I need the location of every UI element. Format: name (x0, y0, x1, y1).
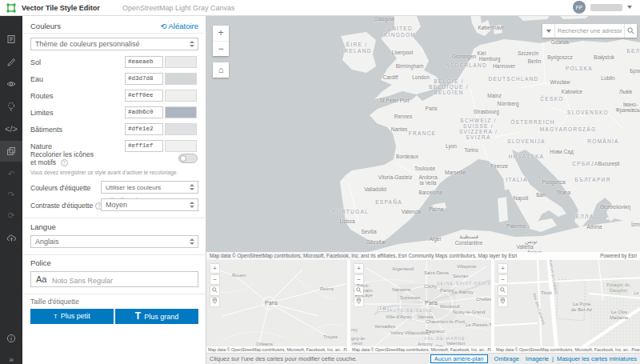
bottom-bar: Cliquez sur l'une des cartes pour modifi… (206, 353, 640, 364)
font-picker[interactable]: Aa Noto Sans Regular (30, 271, 198, 287)
locate-pin-icon[interactable] (354, 298, 363, 306)
large-t-icon: T (135, 310, 141, 322)
chevron-down-icon[interactable] (627, 6, 632, 9)
minimap-city-roads (350, 260, 491, 353)
bottom-links: Aucun arrière-planOmbrageImagerie|Masque… (427, 354, 640, 363)
color-swatch[interactable] (165, 56, 197, 68)
larger-label-button[interactable]: TPlus grand (115, 309, 198, 324)
language-section-header: Langue (22, 222, 206, 231)
hex-input[interactable]: #dfe1e2 (125, 123, 163, 135)
duplicate-overlap-icon[interactable] (0, 141, 22, 162)
label-contrast-select[interactable]: Moyen (101, 198, 198, 211)
color-theme-select[interactable]: Thème de couleurs personnalisé (30, 38, 198, 50)
style-settings-panel: Couleurs ⟲ Aléatoire Thème de couleurs p… (22, 16, 206, 364)
label-colors-label: Couleurs d'étiquette (30, 184, 90, 192)
minimap-street[interactable]: + − TivoliLa Portede Bel-AirPotager duDa… (494, 260, 640, 353)
search-input[interactable] (555, 24, 624, 38)
color-swatch[interactable] (165, 123, 197, 135)
color-swatch[interactable] (165, 140, 197, 152)
hex-input[interactable]: #eff0ee (125, 90, 163, 102)
minimap-controls: + − (354, 264, 363, 309)
bottom-link-1[interactable]: Ombrage (494, 355, 519, 362)
search-widget (542, 24, 637, 38)
bottom-link-3[interactable]: Masquer les cartes miniatures (557, 355, 637, 362)
minimap-controls: + − (210, 264, 219, 309)
europe-coastline (206, 16, 640, 260)
tool-rail: </> ↶ ↷ ⟳ » (0, 16, 22, 364)
smaller-label-button[interactable]: TPlus petit (30, 309, 114, 324)
undo-icon: ↶ (0, 163, 22, 184)
layer-style-icon[interactable] (0, 29, 22, 50)
colors-section-header: Couleurs ⟲ Aléatoire (22, 19, 206, 34)
font-section-header: Police (22, 258, 206, 267)
random-colors-link[interactable]: ⟲ Aléatoire (160, 19, 198, 34)
document-title: OpenStreetMap Light Gray Canvas (122, 4, 235, 12)
chevron-down-icon (546, 30, 551, 33)
attribution-text: Map data © OpenStreetMap contributors, M… (210, 252, 517, 260)
zoom-in-button[interactable]: + (210, 264, 219, 273)
powered-by-esri: Powered by Esri (600, 252, 637, 260)
color-label: Limites (30, 109, 54, 117)
hex-input[interactable]: #adb6c0 (125, 106, 163, 118)
font-name: Noto Sans Regular (52, 277, 113, 285)
main-map-canvas[interactable]: UNITEDKINGDOMÉIRE /IRELANDNEDERLANDDEUTS… (206, 16, 640, 260)
home-extent-button[interactable]: ⌂ (213, 62, 229, 78)
map-attribution: Map data © OpenStreetMap contributors, M… (206, 252, 640, 260)
zoom-area-icon[interactable] (210, 286, 219, 295)
code-icon[interactable]: </> (0, 118, 22, 139)
select-arrows-icon (190, 202, 194, 208)
hex-input[interactable]: #eaeaeb (125, 56, 163, 68)
zoom-area-icon[interactable] (498, 286, 507, 295)
app-title: Vector Tile Style Editor (22, 4, 100, 12)
zoom-in-button[interactable]: + (354, 264, 363, 273)
bottom-link-0[interactable]: Aucun arrière-plan (430, 354, 488, 363)
username-redacted (590, 4, 622, 11)
zoom-out-button[interactable]: − (210, 275, 219, 284)
color-swatch[interactable] (165, 90, 197, 102)
minimap-attribution: Map data © OpenStreetMap contributors, M… (350, 346, 491, 353)
lasso-select-icon[interactable] (0, 96, 22, 117)
zoom-area-icon[interactable] (354, 286, 363, 295)
user-menu[interactable]: FP (573, 1, 632, 14)
recolor-label: Recolorier les icônes et motifs ? (30, 150, 94, 166)
minimap-attribution: Map data © OpenStreetMap contributors, M… (494, 346, 640, 353)
locate-pin-icon[interactable] (210, 298, 219, 306)
color-label: Sol (30, 58, 41, 66)
minimap-region-roads (206, 260, 347, 353)
visibility-eye-icon[interactable] (0, 74, 22, 94)
search-source-dropdown[interactable] (542, 24, 555, 38)
zoom-out-button[interactable]: − (498, 275, 507, 284)
app-header: Vector Tile Style Editor OpenStreetMap L… (0, 0, 640, 16)
bottom-link-2[interactable]: Imagerie (526, 355, 549, 362)
minimap-city[interactable]: + − ArgenteuilSaint-DenisVillepinteSevra… (350, 260, 491, 353)
label-contrast-label: Contraste d'étiquette? (30, 202, 102, 210)
select-arrows-icon (190, 238, 194, 245)
hex-input[interactable]: #eff1ef (125, 140, 163, 152)
locate-pin-icon[interactable] (498, 298, 507, 306)
color-swatch[interactable] (165, 106, 197, 118)
collapse-panel-icon[interactable]: » (0, 349, 22, 364)
label-colors-select[interactable]: Utiliser les couleurs sélectionnées (101, 181, 198, 194)
separator: | (552, 355, 554, 362)
color-swatch[interactable] (165, 73, 197, 85)
language-select[interactable]: Anglais (30, 235, 198, 248)
avatar[interactable]: FP (573, 1, 586, 14)
paintbrush-icon[interactable] (0, 51, 22, 72)
info-icon[interactable] (0, 328, 22, 349)
zoom-out-button[interactable]: − (213, 41, 229, 56)
search-icon[interactable] (624, 24, 637, 38)
help-icon[interactable]: ? (61, 159, 68, 166)
cloud-upload-icon[interactable] (0, 227, 22, 248)
app-logo-icon (6, 3, 16, 13)
colors-title: Couleurs (30, 22, 61, 30)
zoom-in-button[interactable]: + (498, 264, 507, 273)
zoom-out-button[interactable]: − (354, 275, 363, 284)
minimap-attribution: Map data © OpenStreetMap contributors, M… (206, 346, 347, 353)
hex-input[interactable]: #d3d7d8 (125, 73, 163, 85)
color-label: Nature (30, 142, 52, 150)
small-t-icon: T (54, 314, 57, 319)
zoom-in-button[interactable]: + (213, 26, 229, 41)
recolor-toggle[interactable] (178, 154, 198, 163)
minimap-region[interactable]: + − RouenReimsParisTroyesOrléans Map dat… (206, 260, 347, 353)
bottom-hint: Cliquez sur l'une des cartes pour modifi… (210, 355, 427, 362)
